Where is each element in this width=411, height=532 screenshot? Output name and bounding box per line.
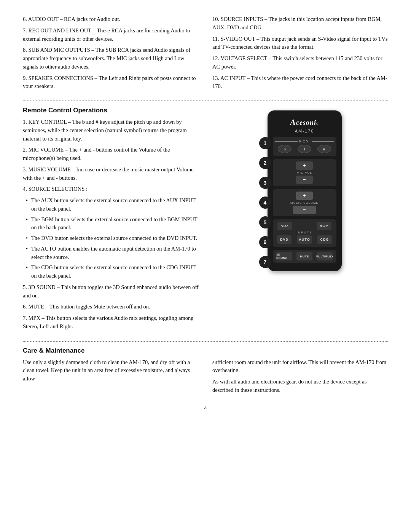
circle-6: 6 bbox=[259, 236, 271, 248]
bullet-aux: The AUX button selects the external sour… bbox=[26, 197, 199, 213]
3d-sound-btn[interactable]: 3D SOUND bbox=[276, 252, 292, 260]
mute-btn[interactable]: MUTE bbox=[296, 252, 312, 260]
remote-graphic-col: 1 2 3 4 5 6 7 Acesonic AM-170 bbox=[212, 107, 388, 334]
key-section: KEY b ♮ # bbox=[273, 137, 336, 156]
remote-with-numbers: 1 2 3 4 5 6 7 Acesonic AM-170 bbox=[259, 110, 342, 276]
multiplex-btn[interactable]: MULTIPLEX bbox=[317, 252, 333, 260]
care-right-col: sufficient room around the unit for airf… bbox=[212, 358, 388, 398]
item-6: 6. AUDIO OUT – RCA jacks for Audio out. bbox=[23, 15, 199, 24]
bullet-cdg: The CDG button selects the external sour… bbox=[26, 264, 199, 280]
mic-vol-label: MIC VOL bbox=[297, 171, 312, 174]
music-vol-section: + MUSIC VOLUME − bbox=[273, 189, 336, 216]
dvd-btn[interactable]: DVD bbox=[277, 235, 292, 244]
music-vol-label: MUSIC VOLUME bbox=[290, 201, 319, 204]
brand-text: Acesonic bbox=[290, 119, 319, 126]
key-label-line-left bbox=[275, 141, 298, 142]
care-left-col: Use only a slightly dampened cloth to cl… bbox=[23, 358, 199, 398]
music-vol-minus-btn[interactable]: − bbox=[293, 206, 316, 214]
item-12: 12. VOLTAGE SELECT – This switch selects… bbox=[212, 54, 388, 71]
auto-btn[interactable]: AUTO bbox=[297, 235, 312, 244]
top-right-col: 10. SOURCE INPUTS – The jacks in this lo… bbox=[212, 15, 388, 94]
mic-vol-section: + MIC VOL − bbox=[273, 159, 336, 186]
mic-vol-plus-btn[interactable]: + bbox=[296, 161, 313, 170]
item-8: 8. SUB AND MIC OUTPUTS – The SUB RCA jac… bbox=[23, 46, 199, 71]
remote-section: Remote Control Operations 1. KEY CONTROL… bbox=[23, 107, 388, 334]
remote-text-col: Remote Control Operations 1. KEY CONTROL… bbox=[23, 107, 199, 334]
music-vol-plus-btn[interactable]: + bbox=[296, 192, 313, 200]
rc-item-1: 1. KEY CONTROL – The b and # keys adjust… bbox=[23, 118, 199, 143]
aux-btn[interactable]: AUX bbox=[277, 222, 292, 230]
remote-model: AM-170 bbox=[273, 129, 336, 133]
circle-4: 4 bbox=[259, 197, 271, 209]
rc-item-4: 4. SOURCE SELECTIONS : bbox=[23, 185, 199, 193]
item-13: 13. AC INPUT – This is where the power c… bbox=[212, 74, 388, 91]
key-label-text: KEY bbox=[299, 139, 310, 143]
key-label-line-right bbox=[312, 141, 334, 142]
bullet-bgm: The BGM button selects the external sour… bbox=[26, 216, 199, 232]
source-bullet-list: The AUX button selects the external sour… bbox=[26, 197, 199, 280]
care-right-text-1: sufficient room around the unit for airf… bbox=[212, 358, 388, 375]
care-heading: Care & Maintenance bbox=[23, 347, 388, 355]
rc-item-7: 7. MPX – This button selects the various… bbox=[23, 314, 199, 331]
key-btn-natural[interactable]: ♮ bbox=[298, 145, 311, 153]
circle-3: 3 bbox=[259, 177, 271, 189]
remote-body: Acesonic AM-170 KEY b ♮ # bbox=[268, 110, 342, 271]
item-7: 7. REC OUT AND LINE OUT – These RCA jack… bbox=[23, 27, 199, 43]
top-left-col: 6. AUDIO OUT – RCA jacks for Audio out. … bbox=[23, 15, 199, 94]
bgm-btn[interactable]: BGM bbox=[317, 222, 331, 230]
inputs-label-row: INPUTS bbox=[274, 231, 335, 234]
circle-7: 7 bbox=[259, 256, 271, 268]
inputs-row-1: AUX BGM bbox=[274, 222, 335, 230]
circle-5: 5 bbox=[259, 216, 271, 228]
bullet-dvd: The DVD button selects the external sour… bbox=[26, 234, 199, 243]
key-buttons-row: b ♮ # bbox=[275, 145, 334, 153]
inputs-section: AUX BGM INPUTS DVD AUTO CDG bbox=[273, 219, 336, 247]
care-left-text: Use only a slightly dampened cloth to cl… bbox=[23, 358, 199, 383]
circle-1: 1 bbox=[259, 137, 271, 149]
divider-2 bbox=[23, 341, 388, 342]
item-10: 10. SOURCE INPUTS – The jacks in this lo… bbox=[212, 15, 388, 32]
page-number: 4 bbox=[23, 405, 388, 411]
top-section: 6. AUDIO OUT – RCA jacks for Audio out. … bbox=[23, 15, 388, 94]
rc-item-5: 5. 3D SOUND – This button toggles the 3D… bbox=[23, 283, 199, 300]
remote-brand: Acesonic bbox=[273, 117, 336, 127]
key-btn-hash[interactable]: # bbox=[317, 145, 331, 153]
key-label-row: KEY bbox=[275, 139, 334, 143]
number-circles: 1 2 3 4 5 6 7 bbox=[259, 110, 271, 276]
key-btn-b[interactable]: b bbox=[278, 145, 292, 153]
divider-1 bbox=[23, 101, 388, 101]
inputs-row-2: DVD AUTO CDG bbox=[274, 235, 335, 244]
rc-item-2: 2. MIC VOLUME – The + and - buttons cont… bbox=[23, 146, 199, 163]
item-11: 11. S-VIDEO OUT – This output jack sends… bbox=[212, 35, 388, 52]
bottom-btns-section: 3D SOUND MUTE MULTIPLEX bbox=[273, 250, 336, 263]
inputs-spacer bbox=[299, 222, 310, 230]
mic-vol-minus-btn[interactable]: − bbox=[296, 176, 313, 184]
item-9: 9. SPEAKER CONNECTIONS – The Left and Ri… bbox=[23, 74, 199, 91]
rc-item-6: 6. MUTE – This button toggles Mute betwe… bbox=[23, 303, 199, 311]
bullet-auto: The AUTO button enables the automatic in… bbox=[26, 245, 199, 262]
cdg-btn[interactable]: CDG bbox=[317, 235, 332, 244]
care-right-text-2: As with all audio and electronics gear, … bbox=[212, 378, 388, 395]
care-two-col: Use only a slightly dampened cloth to cl… bbox=[23, 358, 388, 398]
circle-2: 2 bbox=[259, 157, 271, 169]
remote-heading: Remote Control Operations bbox=[23, 107, 199, 114]
rc-item-3: 3. MUSIC VOLUME – Increase or decrease t… bbox=[23, 166, 199, 182]
care-section: Care & Maintenance Use only a slightly d… bbox=[23, 347, 388, 398]
